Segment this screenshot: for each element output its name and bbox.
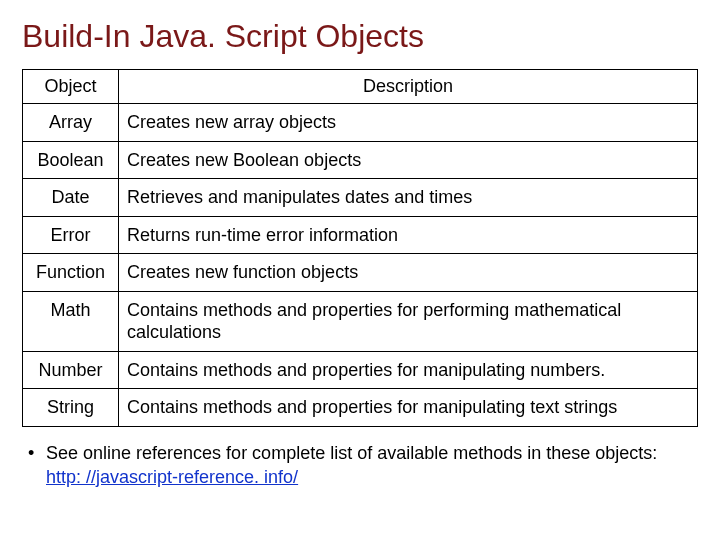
cell-object: Error bbox=[23, 216, 119, 254]
cell-object: Function bbox=[23, 254, 119, 292]
footnote: • See online references for complete lis… bbox=[28, 441, 692, 490]
objects-table: Object Description Array Creates new arr… bbox=[22, 69, 698, 427]
cell-object: Math bbox=[23, 291, 119, 351]
cell-description: Creates new Boolean objects bbox=[119, 141, 698, 179]
cell-object: Boolean bbox=[23, 141, 119, 179]
footnote-text-wrap: See online references for complete list … bbox=[46, 441, 692, 490]
table-row: Number Contains methods and properties f… bbox=[23, 351, 698, 389]
page-title: Build-In Java. Script Objects bbox=[22, 18, 698, 55]
col-header-object: Object bbox=[23, 70, 119, 104]
cell-object: Date bbox=[23, 179, 119, 217]
cell-object: Array bbox=[23, 104, 119, 142]
cell-description: Creates new function objects bbox=[119, 254, 698, 292]
cell-object: String bbox=[23, 389, 119, 427]
bullet-icon: • bbox=[28, 441, 46, 490]
table-row: Function Creates new function objects bbox=[23, 254, 698, 292]
table-row: Error Returns run-time error information bbox=[23, 216, 698, 254]
table-row: Array Creates new array objects bbox=[23, 104, 698, 142]
footnote-text: See online references for complete list … bbox=[46, 443, 657, 463]
cell-description: Retrieves and manipulates dates and time… bbox=[119, 179, 698, 217]
cell-description: Contains methods and properties for mani… bbox=[119, 389, 698, 427]
cell-description: Returns run-time error information bbox=[119, 216, 698, 254]
table-row: Math Contains methods and properties for… bbox=[23, 291, 698, 351]
cell-description: Contains methods and properties for mani… bbox=[119, 351, 698, 389]
table-row: String Contains methods and properties f… bbox=[23, 389, 698, 427]
reference-link[interactable]: http: //javascript-reference. info/ bbox=[46, 467, 298, 487]
table-header-row: Object Description bbox=[23, 70, 698, 104]
col-header-description: Description bbox=[119, 70, 698, 104]
table-row: Boolean Creates new Boolean objects bbox=[23, 141, 698, 179]
cell-object: Number bbox=[23, 351, 119, 389]
cell-description: Contains methods and properties for perf… bbox=[119, 291, 698, 351]
table-row: Date Retrieves and manipulates dates and… bbox=[23, 179, 698, 217]
cell-description: Creates new array objects bbox=[119, 104, 698, 142]
